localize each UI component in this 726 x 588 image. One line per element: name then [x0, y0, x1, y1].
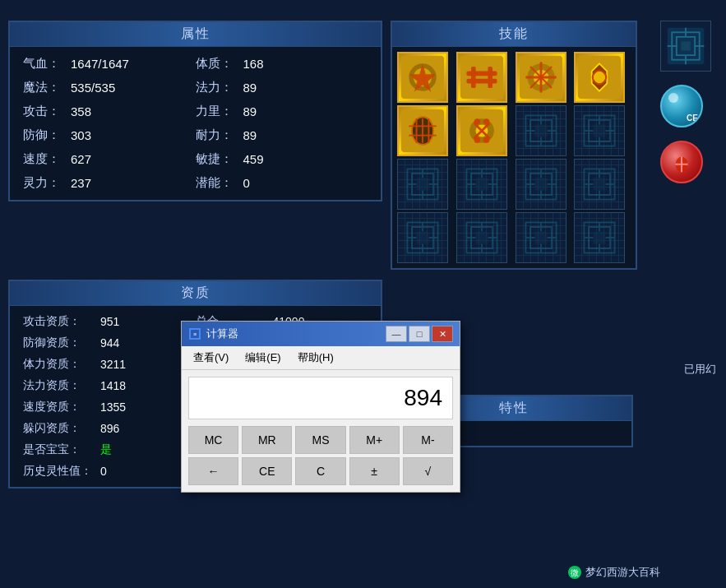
svg-rect-8	[488, 67, 492, 88]
svg-rect-59	[475, 178, 488, 191]
hp-value: 1647/1647	[71, 57, 129, 71]
skill-cell-4[interactable]	[574, 52, 625, 103]
calc-display-value: 894	[404, 385, 442, 411]
calc-menu-edit[interactable]: 编辑(E)	[237, 348, 289, 368]
calc-mr-button[interactable]: MR	[242, 426, 292, 454]
fali-value: 89	[243, 81, 257, 95]
skill-cell-5[interactable]	[397, 105, 448, 156]
calc-menu-help[interactable]: 帮助(H)	[289, 348, 342, 368]
calc-app-icon: ≡	[188, 327, 201, 340]
zizhi-title: 资质	[10, 281, 381, 306]
atk-zizhi-row: 攻击资质： 951	[23, 313, 196, 331]
svg-point-31	[483, 137, 489, 142]
naili-value: 89	[243, 128, 257, 142]
stats-title: 属性	[10, 22, 381, 47]
mp-row: 魔法： 535/535	[23, 77, 196, 98]
skill-cell-14	[456, 212, 507, 263]
calc-sqrt-button[interactable]: √	[403, 457, 453, 485]
watermark: 微 梦幻西游大百科	[567, 565, 660, 580]
tizhi-label: 体质：	[196, 56, 237, 72]
shanshan-zizhi-value: 896	[100, 422, 119, 435]
calc-backspace-button[interactable]: ←	[188, 457, 238, 485]
svg-rect-73	[594, 178, 606, 191]
lili-value: 89	[243, 104, 257, 118]
speed-row: 速度： 627	[23, 149, 196, 169]
speed-value: 627	[71, 152, 91, 166]
fali-zizhi-value: 1418	[100, 379, 126, 392]
shanshan-zizhi-row: 躲闪资质： 896	[23, 419, 196, 438]
svg-rect-80	[417, 232, 429, 244]
svg-point-29	[483, 118, 489, 124]
svg-rect-7	[471, 67, 476, 88]
skill-cell-1[interactable]	[397, 52, 448, 103]
tili-zizhi-value: 3211	[100, 358, 126, 371]
lingli-value: 237	[71, 176, 91, 190]
atk-zizhi-label: 攻击资质：	[23, 314, 97, 329]
red-orb[interactable]	[660, 141, 718, 183]
svg-rect-4	[460, 56, 503, 99]
def-label: 防御：	[23, 127, 64, 143]
svg-rect-101	[594, 232, 606, 244]
svg-text:≡: ≡	[193, 331, 197, 337]
mp-label: 魔法：	[23, 80, 64, 95]
baobao-value: 是	[100, 442, 112, 457]
skills-panel: 技能	[391, 21, 637, 270]
calc-display: 894	[188, 377, 453, 419]
water-orb[interactable]: CE	[660, 85, 718, 127]
qianneng-label: 潜能：	[196, 175, 237, 191]
calc-title: 计算器	[206, 326, 386, 341]
svg-rect-52	[417, 178, 429, 191]
side-panel: CE	[660, 21, 718, 183]
calc-row-1: MC MR MS M+ M-	[188, 426, 453, 454]
speed-zizhi-label: 速度资质：	[23, 400, 97, 414]
mp-value: 535/535	[71, 81, 115, 95]
fali-zizhi-row: 法力资质： 1418	[23, 377, 196, 395]
watermark-text: 梦幻西游大百科	[585, 565, 660, 580]
calc-mminus-button[interactable]: M-	[403, 426, 453, 454]
skill-cell-11	[516, 159, 566, 210]
atk-row: 攻击： 358	[23, 101, 196, 122]
skill-cell-6[interactable]	[456, 105, 507, 156]
lishi-row: 历史灵性值： 0	[23, 462, 196, 480]
def-value: 303	[71, 128, 91, 142]
speed-zizhi-value: 1355	[100, 400, 126, 414]
calc-close-button[interactable]: ✕	[432, 326, 453, 342]
skill-cell-16	[574, 212, 625, 263]
svg-rect-109	[681, 41, 690, 50]
svg-text:微: 微	[571, 568, 579, 577]
yiyonghuan-text: 已用幻	[684, 362, 716, 377]
svg-rect-45	[594, 125, 606, 137]
def-zizhi-label: 防御资质：	[23, 336, 97, 350]
tizhi-row: 体质： 168	[196, 53, 368, 74]
calc-c-button[interactable]: C	[295, 457, 345, 485]
naili-label: 耐力：	[196, 127, 237, 143]
calc-ce-button[interactable]: CE	[242, 457, 292, 485]
skill-cell-15	[516, 212, 566, 263]
calc-maximize-button[interactable]: □	[409, 326, 430, 342]
skill-cell-2[interactable]	[456, 52, 507, 103]
calc-titlebar: ≡ 计算器 — □ ✕	[182, 322, 460, 346]
minjie-label: 敏捷：	[196, 151, 237, 167]
calc-ms-button[interactable]: MS	[295, 426, 345, 454]
atk-zizhi-value: 951	[100, 315, 119, 328]
tili-zizhi-row: 体力资质： 3211	[23, 355, 196, 373]
skill-cell-3[interactable]	[516, 52, 566, 103]
skill-cell-10	[456, 159, 507, 210]
calc-minimize-button[interactable]: —	[386, 326, 407, 342]
atk-label: 攻击：	[23, 104, 64, 119]
calc-buttons: MC MR MS M+ M- ← CE C ± √	[182, 426, 460, 492]
calc-plusminus-button[interactable]: ±	[349, 457, 400, 485]
skill-cell-12	[574, 159, 625, 210]
def-row: 防御： 303	[23, 125, 196, 146]
calc-mc-button[interactable]: MC	[188, 426, 238, 454]
skill-cell-7	[516, 105, 566, 156]
calc-menu-view[interactable]: 查看(V)	[185, 348, 237, 368]
lingli-label: 灵力：	[23, 175, 64, 191]
speed-label: 速度：	[23, 151, 64, 167]
svg-rect-38	[534, 125, 547, 137]
shanshan-zizhi-label: 躲闪资质：	[23, 421, 97, 436]
side-btn-pattern[interactable]	[660, 21, 711, 72]
baobao-row: 是否宝宝： 是	[23, 441, 196, 459]
calculator-window: ≡ 计算器 — □ ✕ 查看(V) 编辑(E) 帮助(H) 894 MC MR …	[181, 321, 460, 493]
calc-mplus-button[interactable]: M+	[349, 426, 400, 454]
